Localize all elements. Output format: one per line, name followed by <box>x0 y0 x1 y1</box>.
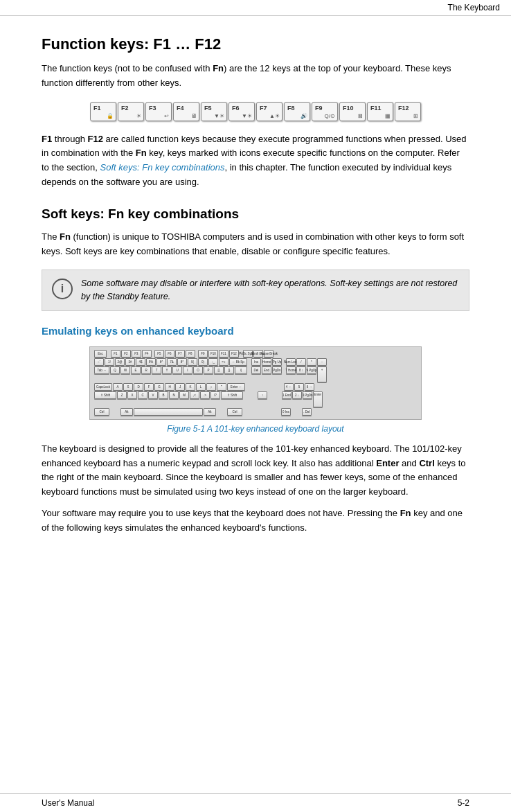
section1-para1: The function keys (not to be confused wi… <box>42 62 469 91</box>
kb-end: End <box>262 367 271 374</box>
kb-h: H <box>165 383 174 391</box>
kb-np-0: 0 Ins <box>281 408 291 416</box>
kb-f12: F12 <box>229 350 239 358</box>
kb-tilde: ~` <box>94 358 104 366</box>
kb-n: N <box>169 391 179 399</box>
kb-capslock: CapsLock <box>94 383 112 391</box>
kb-row-bottom: Ctrl Alt Alt Ctrl 0 Ins . Del <box>94 408 417 416</box>
kb-a: A <box>113 383 123 391</box>
kb-numlock: Num Lock <box>286 358 296 366</box>
kb-row-fkeys: Esc F1 F2 F3 F4 F5 F6 F7 F8 F9 F10 F11 F… <box>94 350 417 358</box>
kb-enter: Enter ← <box>227 383 245 391</box>
kb-f4: F4 <box>142 350 152 358</box>
kb-4: 4$ <box>136 358 145 366</box>
section2-para1: The Fn (function) is unique to TOSHIBA c… <box>42 230 469 259</box>
kb-x: X <box>127 391 137 399</box>
kb-equals: =+ <box>219 358 228 366</box>
kb-s: S <box>123 383 133 391</box>
section2-title: Soft keys: Fn key combinations <box>42 206 469 222</box>
fkey-f2: F2 ☀ <box>118 102 144 121</box>
kb-row-numbers: ~` 1! 2@ 3# 4$ 5% 6^ 7& 8* 9( 0) -_ =+ ←… <box>94 358 417 366</box>
kb-7: 7& <box>167 358 177 366</box>
kb-np-3: 3 PgDn <box>303 391 312 399</box>
kb-ralt: Alt <box>204 408 216 416</box>
kb-p: P <box>204 367 213 374</box>
kb-np-minus: - <box>317 358 327 366</box>
kb-pgdn-mid: PgDn <box>272 367 282 374</box>
keyboard-diagram-container: Esc F1 F2 F3 F4 F5 F6 F7 F8 F9 F10 F11 F… <box>42 346 469 420</box>
kb-tab: Tab → <box>94 367 109 374</box>
kb-rbracket: ]} <box>224 367 234 374</box>
kb-np-1: 1 End <box>282 391 292 399</box>
info-text: Some software may disable or interfere w… <box>81 277 459 303</box>
kb-f10: F10 <box>208 350 218 358</box>
kb-k: K <box>186 383 195 391</box>
kb-row-qwerty: Tab → Q W E R T Y U I O P [{ ]} \| Del E… <box>94 367 417 382</box>
kb-f2: F2 <box>121 350 131 358</box>
kb-f1: F1 <box>111 350 120 358</box>
fkey-f3: F3 ↩ <box>145 102 172 121</box>
kb-row-asdf: CapsLock A S D F G H J K L ;: '" Enter ←… <box>94 383 417 391</box>
kb-6: 6^ <box>156 358 166 366</box>
fkey-f10: F10 ⊠ <box>339 102 366 121</box>
kb-rshift: ⇧ Shift <box>221 391 243 399</box>
footer-left: User's Manual <box>42 798 94 808</box>
kb-np-8: 8 ↑ <box>296 367 306 374</box>
kb-g: G <box>154 383 164 391</box>
kb-f5: F5 <box>154 350 164 358</box>
fkey-f9: F9 Q/⊙ <box>312 102 338 121</box>
kb-minus: -_ <box>208 358 218 366</box>
kb-d: D <box>134 383 143 391</box>
kb-period: .> <box>200 391 210 399</box>
kb-rctrl: Ctrl <box>227 408 242 416</box>
subsection-para1: The keyboard is designed to provide all … <box>42 442 469 500</box>
kb-up: ↑ <box>258 391 267 399</box>
kb-row-zxcv: ⇧ Shift Z X C V B N M ,< .> /? ⇧ Shift ↑… <box>94 391 417 407</box>
kb-np-dot: . Del <box>302 408 312 416</box>
kb-1: 1! <box>105 358 114 366</box>
fkey-f4: F4 🖥 <box>173 102 199 121</box>
kb-f11: F11 <box>219 350 228 358</box>
kb-comma: ,< <box>190 391 199 399</box>
header-title: The Keyboard <box>448 3 500 12</box>
kb-lalt: Alt <box>120 408 133 416</box>
kb-2: 2@ <box>115 358 125 366</box>
kb-home: Home <box>262 358 271 366</box>
kb-c: C <box>138 391 147 399</box>
kb-quote: '" <box>217 383 226 391</box>
info-icon: i <box>52 279 73 299</box>
fkey-f1: F1 🔒 <box>90 102 116 121</box>
info-box: i Some software may disable or interfere… <box>42 270 469 311</box>
kb-8: 8* <box>177 358 187 366</box>
kb-i: I <box>183 367 192 374</box>
kb-slash: /? <box>210 391 220 399</box>
subsection-para2: Your software may require you to use key… <box>42 506 469 536</box>
kb-q: Q <box>110 367 120 374</box>
kb-r: R <box>141 367 151 374</box>
kb-e: E <box>131 367 141 374</box>
kb-lctrl: Ctrl <box>94 408 109 416</box>
kb-f8: F8 <box>186 350 195 358</box>
kb-np-enter: Enter <box>313 391 323 407</box>
kb-j: J <box>175 383 185 391</box>
kb-f: F <box>144 383 154 391</box>
fkey-f7: F7 ▲☀ <box>256 102 283 121</box>
section1-title: Function keys: F1 … F12 <box>42 35 469 53</box>
page-footer: User's Manual 5-2 <box>0 793 511 812</box>
kb-l: L <box>196 383 206 391</box>
kb-u: U <box>172 367 182 374</box>
kb-f6: F6 <box>165 350 174 358</box>
kb-ins: Ins <box>251 358 261 366</box>
kb-backslash: \| <box>235 367 247 374</box>
kb-np-plus: + <box>317 367 327 382</box>
kb-m: M <box>179 391 189 399</box>
kb-w: W <box>120 367 130 374</box>
fkey-f12: F12 ⊞ <box>395 102 421 121</box>
kb-del: Del <box>251 367 261 374</box>
kb-np-2: 2 ↓ <box>292 391 302 399</box>
figure-caption: Figure 5-1 A 101-key enhanced keyboard l… <box>42 424 469 434</box>
fkey-f11: F11 ▦ <box>367 102 393 121</box>
kb-lshift: ⇧ Shift <box>94 391 116 399</box>
fkey-f6: F6 ▼☀ <box>228 102 255 121</box>
kb-f3: F3 <box>132 350 141 358</box>
